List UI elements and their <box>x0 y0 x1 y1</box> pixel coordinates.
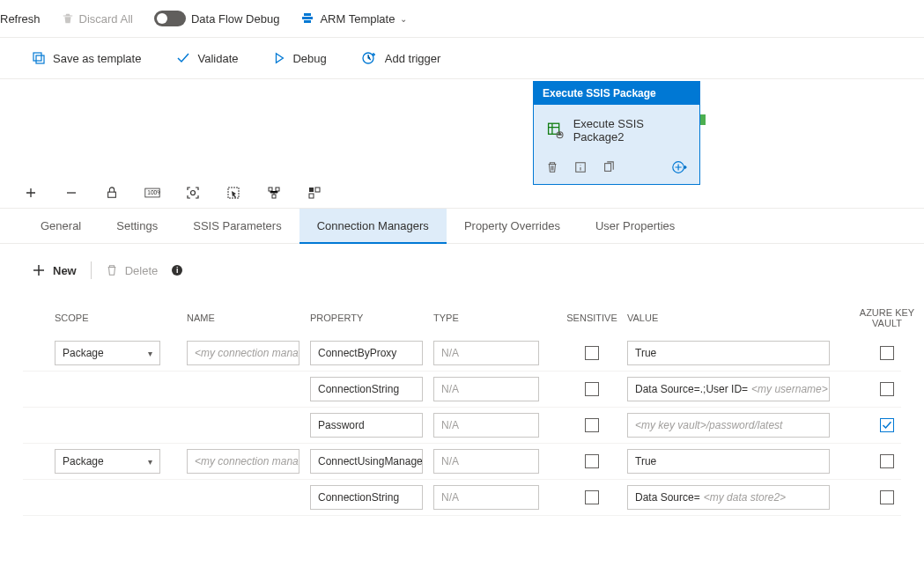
pipeline-canvas[interactable]: Execute SSIS Package Execute SSIS Packag… <box>0 79 924 178</box>
connection-managers-grid: SCOPE NAME PROPERTY TYPE SENSITIVE VALUE… <box>0 290 924 516</box>
activity-success-handle[interactable] <box>700 114 706 125</box>
save-template-button[interactable]: Save as template <box>32 51 141 65</box>
svg-rect-6 <box>605 164 611 172</box>
type-input[interactable]: N/A <box>433 449 539 474</box>
discard-all-button: Discard All <box>62 12 133 26</box>
refresh-button[interactable]: Refresh <box>0 12 41 26</box>
property-input[interactable]: Password <box>310 413 423 438</box>
tab-connection-managers[interactable]: Connection Managers <box>299 209 447 243</box>
value-input[interactable]: Data Source=.;User ID=<my username> <box>627 377 830 401</box>
info-icon[interactable] <box>574 161 587 173</box>
add-trigger-button[interactable]: Add trigger <box>362 50 441 66</box>
activity-body: Execute SSIS Package2 <box>534 105 699 152</box>
sensitive-checkbox[interactable] <box>585 382 599 396</box>
auto-align-icon[interactable] <box>266 185 282 201</box>
sensitive-checkbox[interactable] <box>585 454 599 468</box>
property-input[interactable]: ConnectByProxy <box>310 341 423 365</box>
activity-actions <box>534 152 699 184</box>
type-input[interactable]: N/A <box>433 413 539 438</box>
property-input[interactable]: ConnectionString <box>310 485 423 510</box>
debug-button[interactable]: Debug <box>273 52 326 65</box>
divider <box>91 261 92 279</box>
select-icon[interactable] <box>225 185 241 201</box>
akv-checkbox[interactable] <box>880 418 894 432</box>
table-row: ConnectionStringN/AData Source=.;User ID… <box>23 372 901 408</box>
copy-icon[interactable] <box>602 161 615 173</box>
validate-button[interactable]: Validate <box>176 51 238 65</box>
svg-rect-13 <box>269 188 272 191</box>
canvas-toolbar: 100% <box>0 178 924 209</box>
value-input[interactable]: <my key vault>/password/latest <box>627 413 830 438</box>
check-icon <box>176 51 190 65</box>
add-output-icon[interactable] <box>671 159 687 175</box>
sensitive-checkbox[interactable] <box>585 490 599 504</box>
value-input[interactable]: Data Source=<my data store2> <box>627 485 830 510</box>
akv-checkbox[interactable] <box>880 382 894 396</box>
tab-ssis-label: SSIS Parameters <box>193 219 281 232</box>
property-input[interactable]: ConnectUsingManagedIdentity <box>310 449 423 474</box>
plus-icon <box>32 263 46 277</box>
akv-checkbox[interactable] <box>880 346 894 360</box>
delete-label: Delete <box>125 264 159 277</box>
table-row: ConnectionStringN/AData Source=<my data … <box>23 480 901 516</box>
svg-rect-1 <box>36 55 44 63</box>
akv-checkbox[interactable] <box>880 490 894 504</box>
dataflow-debug-toggle[interactable]: Data Flow Debug <box>154 11 279 26</box>
tab-user-properties[interactable]: User Properties <box>578 209 692 243</box>
zoom-out-icon[interactable] <box>63 185 79 201</box>
add-trigger-label: Add trigger <box>385 52 441 65</box>
property-input[interactable]: ConnectionString <box>310 377 423 401</box>
tab-general[interactable]: General <box>23 209 99 243</box>
arm-icon <box>300 11 314 26</box>
header-akv: AZURE KEY VAULT <box>847 307 924 328</box>
new-button[interactable]: New <box>32 263 77 277</box>
header-name: NAME <box>187 313 310 323</box>
name-input[interactable]: <my connection manager> <box>187 449 299 474</box>
top-toolbar: Refresh Discard All Data Flow Debug ARM … <box>0 0 924 38</box>
svg-rect-18 <box>309 194 314 198</box>
grid-header: SCOPE NAME PROPERTY TYPE SENSITIVE VALUE… <box>23 290 901 335</box>
activity-card[interactable]: Execute SSIS Package Execute SSIS Packag… <box>533 81 700 185</box>
table-row: Package▾<my connection manager>ConnectBy… <box>23 335 901 372</box>
value-input[interactable]: True <box>627 341 830 365</box>
value-input[interactable]: True <box>627 449 830 474</box>
sensitive-checkbox[interactable] <box>585 418 599 432</box>
svg-rect-8 <box>108 192 116 197</box>
svg-rect-17 <box>315 188 320 192</box>
zoom-in-icon[interactable] <box>23 185 39 201</box>
delete-icon[interactable] <box>546 161 558 173</box>
activity-name-label: Execute SSIS Package2 <box>573 117 691 144</box>
header-scope: SCOPE <box>55 313 187 323</box>
scope-select[interactable]: Package▾ <box>55 449 160 474</box>
dataflow-debug-label: Data Flow Debug <box>191 12 279 26</box>
save-template-label: Save as template <box>53 52 141 65</box>
sensitive-checkbox[interactable] <box>585 346 599 360</box>
ssis-package-icon <box>546 121 565 140</box>
svg-point-11 <box>191 191 196 195</box>
layout-icon[interactable] <box>307 185 322 201</box>
zoom-reset-icon[interactable]: 100% <box>144 185 160 201</box>
arm-template-label: ARM Template <box>320 12 395 26</box>
save-template-icon <box>32 51 46 65</box>
tab-property-overrides[interactable]: Property Overrides <box>447 209 578 243</box>
info-icon[interactable]: i <box>172 265 182 276</box>
toggle-switch-icon <box>154 11 186 26</box>
zoom-fit-icon[interactable] <box>185 185 201 201</box>
type-input[interactable]: N/A <box>433 485 539 510</box>
name-input[interactable]: <my connection manager> <box>187 341 299 365</box>
svg-rect-15 <box>272 195 276 198</box>
refresh-label: Refresh <box>0 12 41 26</box>
lock-icon[interactable] <box>104 185 120 201</box>
tab-ssis-parameters[interactable]: SSIS Parameters <box>175 209 299 243</box>
type-input[interactable]: N/A <box>433 377 539 401</box>
scope-select[interactable]: Package▾ <box>55 341 160 365</box>
properties-tabs: General Settings SSIS Parameters Connect… <box>0 209 924 244</box>
tab-settings[interactable]: Settings <box>99 209 175 243</box>
chevron-down-icon: ⌄ <box>400 14 407 24</box>
arm-template-button[interactable]: ARM Template ⌄ <box>300 11 407 26</box>
trash-icon <box>62 12 74 25</box>
type-input[interactable]: N/A <box>433 341 539 365</box>
new-label: New <box>53 264 77 277</box>
akv-checkbox[interactable] <box>880 454 894 468</box>
svg-rect-16 <box>309 188 314 192</box>
